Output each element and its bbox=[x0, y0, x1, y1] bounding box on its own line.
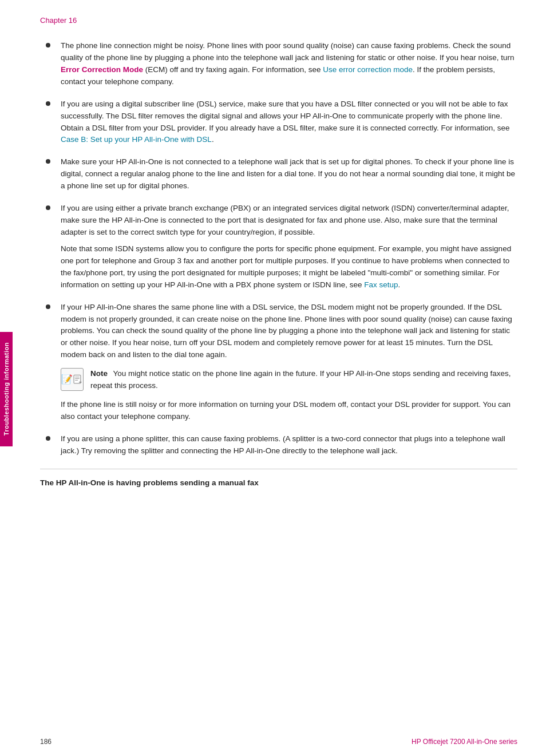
list-item: If you are using either a private branch… bbox=[40, 203, 517, 291]
bullet-list: The phone line connection might be noisy… bbox=[40, 40, 517, 457]
bullet-dot bbox=[46, 304, 50, 309]
bullet-text: If your HP All-in-One shares the same ph… bbox=[61, 302, 517, 423]
sub-paragraph: Note that some ISDN systems allow you to… bbox=[61, 243, 517, 291]
bullet-text: If you are using a phone splitter, this … bbox=[61, 433, 517, 457]
bullet-text: The phone line connection might be noisy… bbox=[61, 40, 517, 88]
bullet-dot bbox=[46, 43, 50, 48]
main-content: The phone line connection might be noisy… bbox=[40, 40, 517, 722]
list-item: If you are using a phone splitter, this … bbox=[40, 433, 517, 457]
link-fax-setup[interactable]: Fax setup bbox=[364, 280, 398, 289]
bullet-dot bbox=[46, 205, 50, 210]
after-note-text: If the phone line is still noisy or for … bbox=[61, 399, 517, 423]
chapter-heading: Chapter 16 bbox=[40, 16, 77, 25]
note-icon: ✏ bbox=[61, 368, 84, 391]
note-label: Note bbox=[90, 369, 108, 378]
footer: 186 HP Officejet 7200 All-in-One series bbox=[40, 738, 517, 746]
link-error-correction[interactable]: Use error correction mode bbox=[323, 65, 413, 74]
bullet-dot bbox=[46, 101, 50, 106]
sidebar-label-text: Troubleshooting information bbox=[3, 342, 10, 436]
chapter-text: Chapter 16 bbox=[40, 16, 77, 25]
footer-product-name: HP Officejet 7200 All-in-One series bbox=[412, 738, 517, 746]
note-text: Note You might notice static on the phon… bbox=[90, 368, 517, 392]
bullet-dot bbox=[46, 436, 50, 441]
page-container: Troubleshooting information Chapter 16 T… bbox=[0, 0, 546, 756]
list-item: If your HP All-in-One shares the same ph… bbox=[40, 302, 517, 423]
highlight-ecm: Error Correction Mode bbox=[61, 65, 143, 74]
divider bbox=[40, 469, 517, 469]
list-item: If you are using a digital subscriber li… bbox=[40, 98, 517, 147]
svg-text:✏: ✏ bbox=[79, 381, 82, 384]
bottom-heading: The HP All-in-One is having problems sen… bbox=[40, 478, 517, 487]
list-item: Make sure your HP All-in-One is not conn… bbox=[40, 156, 517, 192]
bullet-text: If you are using a digital subscriber li… bbox=[61, 98, 517, 147]
link-dsl-setup[interactable]: Case B: Set up your HP All-in-One with D… bbox=[61, 135, 212, 144]
footer-page-number: 186 bbox=[40, 738, 52, 746]
sidebar-label: Troubleshooting information bbox=[0, 332, 13, 446]
list-item: The phone line connection might be noisy… bbox=[40, 40, 517, 88]
bullet-dot bbox=[46, 159, 50, 164]
bullet-text: If you are using either a private branch… bbox=[61, 203, 517, 291]
bullet-text: Make sure your HP All-in-One is not conn… bbox=[61, 156, 517, 192]
